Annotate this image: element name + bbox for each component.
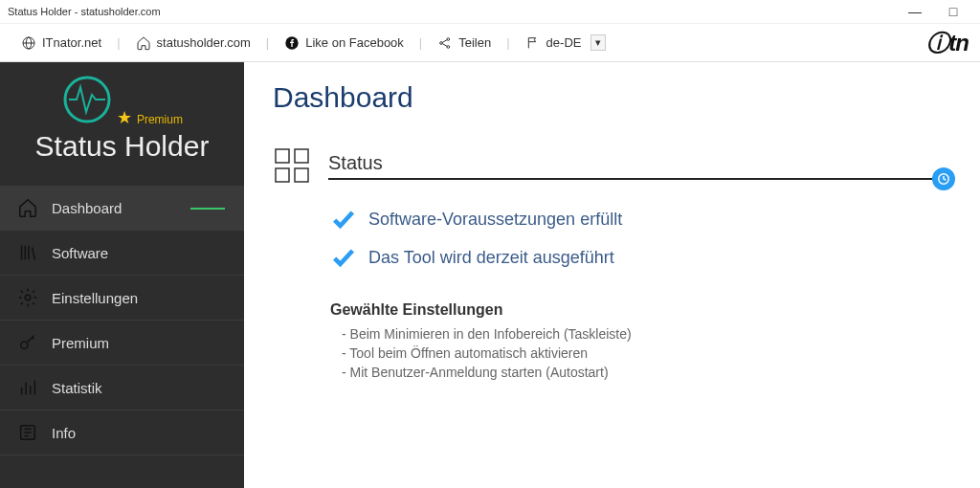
toolbar: ITnator.net | statusholder.com | Like on… [0,24,980,62]
sidebar-item-premium[interactable]: Premium [0,321,244,366]
page-title: Dashboard [273,81,951,114]
main-content: Dashboard Status Software-Voraussetzunge… [244,62,980,488]
svg-point-6 [447,45,450,48]
logo-area: ★ Premium Status Holder [0,62,244,180]
settings-item: Beim Minimieren in den Infobereich (Task… [342,324,951,344]
link-statusholder[interactable]: statusholder.com [126,35,260,51]
premium-label: Premium [137,113,183,126]
link-facebook[interactable]: Like on Facebook [275,35,413,51]
separator: | [111,35,125,50]
bars-icon [17,377,38,398]
svg-rect-25 [295,149,308,163]
sidebar-item-label: Dashboard [52,200,122,216]
home-icon [17,197,38,218]
status-section: Status [273,146,951,185]
separator: | [413,35,428,50]
svg-point-15 [21,342,28,348]
clock-icon [932,167,955,190]
status-label: Status [328,152,951,174]
svg-rect-27 [295,168,308,182]
lang-dropdown-caret[interactable]: ▾ [590,34,606,51]
sidebar-item-einstellungen[interactable]: Einstellungen [0,276,244,321]
link-label: statusholder.com [157,35,251,50]
svg-point-14 [25,295,31,300]
lang-label: de-DE [546,35,582,50]
minimize-button[interactable]: — [896,4,934,19]
svg-rect-24 [276,149,289,163]
globe-icon [21,35,36,51]
svg-line-8 [443,43,448,46]
link-share[interactable]: Teilen [428,35,501,51]
app-logo-icon [61,74,113,129]
status-divider [328,178,951,180]
link-label: ITnator.net [42,35,101,50]
link-label: Teilen [458,35,491,50]
svg-point-5 [447,37,450,40]
sidebar-item-label: Software [52,245,108,261]
maximize-button[interactable]: □ [934,4,972,19]
status-check-item: Das Tool wird derzeit ausgeführt [330,238,951,277]
books-icon [17,242,38,263]
sidebar: ★ Premium Status Holder Dashboard Softwa… [0,62,244,488]
app-name: Status Holder [0,130,244,174]
status-checks: Software-Voraussetzungen erfüllt Das Too… [330,200,951,277]
link-label: Like on Facebook [305,35,404,50]
flag-icon [525,35,541,51]
separator: | [501,35,515,50]
sidebar-item-label: Info [52,425,76,441]
svg-line-13 [33,248,35,260]
share-icon [437,35,453,51]
status-check-item: Software-Voraussetzungen erfüllt [330,200,951,238]
grid-icon [273,146,311,185]
link-itnator[interactable]: ITnator.net [11,35,111,51]
lang-selector[interactable]: de-DE ▾ [516,34,616,51]
sidebar-item-software[interactable]: Software [0,231,244,276]
sidebar-item-label: Einstellungen [52,290,138,306]
svg-point-4 [440,41,443,44]
window-title: Status Holder - statusholder.com [8,6,161,17]
sidebar-item-dashboard[interactable]: Dashboard [0,186,244,231]
home-icon [136,35,151,51]
settings-item: Mit Benutzer-Anmeldung starten (Autostar… [342,363,951,382]
premium-star-icon: ★ [117,108,132,127]
sidebar-item-label: Premium [52,335,109,351]
info-icon [17,422,38,443]
selected-settings: Gewählte Einstellungen Beim Minimieren i… [330,301,951,382]
svg-rect-26 [276,168,289,182]
nav: Dashboard Software Einstellungen Premium [0,186,244,455]
check-icon [330,206,357,233]
separator: | [260,35,275,50]
check-text: Software-Voraussetzungen erfüllt [368,210,622,230]
check-text: Das Tool wird derzeit ausgeführt [368,248,614,268]
sidebar-item-label: Statistik [52,380,102,396]
svg-line-7 [443,39,448,42]
sidebar-item-statistik[interactable]: Statistik [0,366,244,410]
settings-title: Gewählte Einstellungen [330,301,951,319]
settings-item: Tool beim Öffnen automatisch aktivieren [342,344,951,363]
gear-icon [17,287,38,308]
check-icon [330,244,357,271]
key-icon [17,332,38,353]
facebook-icon [284,35,300,51]
sidebar-item-info[interactable]: Info [0,410,244,455]
brand-logo: ⓘtn [926,28,969,58]
